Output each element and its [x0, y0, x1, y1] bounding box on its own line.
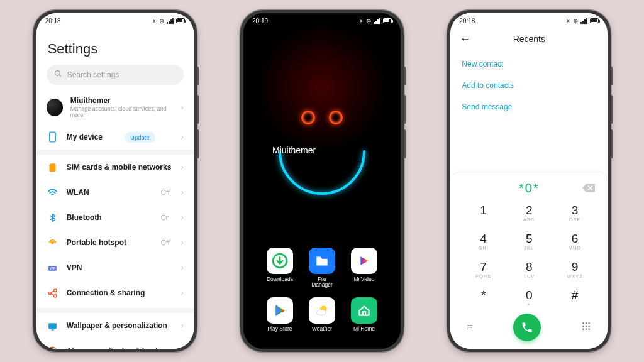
row-label: VPN	[67, 263, 82, 272]
dial-key-8[interactable]: 8TUV	[506, 258, 552, 282]
settings-row[interactable]: VPNVPN›	[47, 255, 184, 280]
my-device-row[interactable]: My device Update ›	[47, 124, 184, 150]
svg-text:VPN: VPN	[50, 267, 57, 270]
app-label: Downloads	[261, 277, 299, 283]
key-letters: +	[506, 302, 552, 307]
signal-icon	[167, 18, 174, 24]
app-label: FileManager	[303, 277, 341, 289]
dial-key-#[interactable]: #	[552, 287, 598, 310]
page-title: Recents	[513, 34, 545, 44]
status-bar: 20:18 ⚹ ⊛	[450, 13, 608, 28]
svg-point-17	[586, 322, 587, 324]
svg-rect-10	[48, 323, 57, 329]
svg-point-18	[589, 322, 591, 324]
svg-point-16	[582, 322, 584, 324]
phone-icon	[47, 131, 59, 143]
action-link[interactable]: Add to contacts	[462, 75, 596, 96]
row-value: Off	[161, 239, 170, 246]
key-letters: DEF	[552, 217, 598, 222]
svg-point-0	[55, 71, 60, 76]
svg-point-21	[589, 326, 591, 327]
folder-label[interactable]: Miuithemer	[272, 145, 316, 155]
file-manager-app[interactable]: FileManager	[303, 248, 341, 289]
settings-row[interactable]: WLANOff›	[47, 180, 184, 205]
row-label: Always-on display & Lock	[67, 346, 160, 349]
bluetooth-icon: ⚹	[565, 17, 570, 25]
chevron-right-icon: ›	[181, 103, 184, 112]
battery-icon	[383, 18, 392, 23]
back-button[interactable]: ←	[459, 33, 470, 46]
app-label: Mi Home	[345, 326, 383, 332]
dial-key-3[interactable]: 3DEF	[552, 202, 598, 225]
svg-rect-2	[50, 132, 56, 142]
dialed-number: *0*	[519, 181, 540, 195]
app-icon	[309, 248, 335, 274]
action-link[interactable]: Send message	[462, 96, 596, 118]
status-bar: 20:19 ⚹ ⊛	[243, 13, 401, 28]
chevron-right-icon: ›	[181, 238, 184, 247]
key-number: 4	[460, 233, 506, 245]
update-badge[interactable]: Update	[125, 132, 155, 143]
downloads-app[interactable]: Downloads	[261, 248, 299, 289]
dial-key-4[interactable]: 4GHI	[460, 230, 506, 253]
my-device-label: My device	[67, 133, 103, 141]
dial-key-9[interactable]: 9WXYZ	[552, 258, 598, 282]
play-store-app[interactable]: Play Store	[261, 297, 299, 332]
key-letters: ABC	[506, 217, 552, 222]
status-time: 20:19	[252, 18, 268, 25]
settings-row[interactable]: Wallpaper & personalization›	[47, 313, 184, 338]
bt-icon	[47, 211, 59, 224]
svg-rect-11	[52, 329, 54, 330]
mi-home-app[interactable]: Mi Home	[345, 297, 383, 332]
settings-row[interactable]: BluetoothOn›	[47, 205, 184, 230]
key-letters: GHI	[460, 245, 506, 251]
weather-app[interactable]: Weather	[303, 297, 341, 332]
dialpad: *0* 12ABC3DEF4GHI5JKL6MNO7PQRS8TUV9WXYZ*…	[450, 172, 608, 349]
dial-key-2[interactable]: 2ABC	[506, 202, 552, 225]
bluetooth-icon: ⚹	[152, 17, 157, 25]
keypad-toggle-button[interactable]	[581, 321, 591, 334]
settings-row[interactable]: Portable hotspotOff›	[47, 230, 184, 255]
account-row[interactable]: Miuithemer Manage accounts, cloud servic…	[47, 90, 184, 124]
signal-icon	[374, 18, 380, 24]
row-label: SIM cards & mobile networks	[67, 163, 172, 172]
dial-key-0[interactable]: 0+	[506, 287, 552, 310]
key-number: *	[460, 289, 506, 302]
svg-line-1	[59, 75, 61, 77]
clock-icon: ⊛	[366, 18, 371, 25]
row-value: Off	[161, 189, 170, 196]
svg-point-7	[48, 292, 51, 294]
settings-row[interactable]: Always-on display & Lock›	[47, 338, 184, 349]
mi-video-app[interactable]: Mi Video	[345, 248, 383, 289]
vpn-icon: VPN	[47, 261, 59, 274]
search-placeholder: Search settings	[67, 70, 119, 79]
search-input[interactable]: Search settings	[47, 65, 184, 85]
app-icon	[267, 248, 293, 274]
key-letters: TUV	[506, 273, 552, 279]
call-button[interactable]	[513, 314, 541, 341]
settings-row[interactable]: Connection & sharing›	[47, 280, 184, 305]
menu-button[interactable]: ≡	[467, 322, 472, 333]
dial-key-6[interactable]: 6MNO	[552, 230, 598, 253]
dial-key-*[interactable]: *	[460, 287, 506, 310]
key-letters: PQRS	[460, 273, 506, 279]
backspace-button[interactable]	[582, 184, 595, 194]
chevron-right-icon: ›	[181, 288, 184, 297]
battery-icon	[176, 18, 185, 23]
key-number: 2	[506, 204, 552, 217]
key-number: 7	[460, 261, 506, 273]
svg-rect-3	[50, 163, 56, 172]
chevron-right-icon: ›	[181, 188, 184, 197]
settings-row[interactable]: SIM cards & mobile networks›	[47, 155, 184, 180]
key-number: 1	[460, 204, 506, 217]
clock-icon: ⊛	[573, 18, 578, 25]
dial-key-1[interactable]: 1	[460, 202, 506, 225]
dial-key-5[interactable]: 5JKL	[506, 230, 552, 253]
action-link[interactable]: New contact	[462, 53, 596, 75]
key-number: 5	[506, 233, 552, 245]
status-time: 20:18	[459, 18, 475, 25]
hotspot-icon	[47, 236, 59, 249]
key-number: 8	[506, 261, 552, 273]
dial-key-7[interactable]: 7PQRS	[460, 258, 506, 282]
chevron-right-icon: ›	[181, 263, 184, 272]
